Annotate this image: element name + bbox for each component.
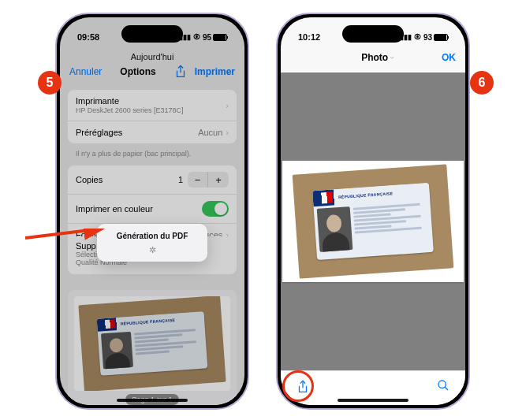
print-button[interactable]: Imprimer — [195, 66, 235, 77]
color-row: Imprimer en couleur — [68, 195, 237, 224]
wifi-icon: ⦿ — [193, 33, 200, 41]
home-indicator[interactable] — [117, 399, 188, 402]
wifi-icon: ⦿ — [414, 33, 421, 41]
search-icon[interactable] — [437, 379, 449, 395]
phone-left: 09:58 ▮▮▮ ⦿ 95 Aujourd'hui Annuler Optio… — [55, 13, 249, 410]
color-label: Imprimer en couleur — [76, 204, 153, 214]
callout-badge-5: 5 — [38, 71, 62, 95]
id-card-photo: RÉPUBLIQUE FRANÇAISE — [293, 164, 454, 278]
chevron-down-icon: › — [388, 56, 397, 59]
preview-area: RÉPUBLIQUE FRANÇAISE Page 1 sur 1 — [68, 290, 237, 405]
printer-detail: HP DeskJet 2600 series [E3178C] — [76, 106, 183, 114]
pdf-preview-area[interactable]: RÉPUBLIQUE FRANÇAISE — [281, 72, 465, 370]
cancel-button[interactable]: Annuler — [69, 66, 102, 77]
pdf-generation-popup: Génération du PDF ✲ — [97, 224, 207, 262]
share-icon[interactable] — [174, 65, 187, 79]
color-toggle[interactable] — [202, 201, 229, 217]
done-button[interactable]: OK — [442, 52, 456, 63]
chevron-right-icon: › — [226, 101, 229, 110]
svg-point-0 — [438, 381, 446, 388]
copies-value: 1 — [178, 175, 183, 184]
paper-warning: Il n'y a plus de papier (bac principal). — [60, 148, 244, 161]
preview-page[interactable]: RÉPUBLIQUE FRANÇAISE — [74, 296, 230, 391]
pdf-nav-bar: Photo › OK — [281, 49, 465, 69]
id-card-title: RÉPUBLIQUE FRANÇAISE — [338, 191, 394, 199]
phone-right: 10:12 ▮▮▮ ⦿ 93 Photo › OK — [276, 13, 470, 410]
copies-label: Copies — [76, 175, 103, 184]
status-time: 09:58 — [77, 32, 99, 42]
printer-label: Imprimante — [76, 96, 183, 106]
printer-section: Imprimante HP DeskJet 2600 series [E3178… — [68, 90, 237, 143]
home-indicator[interactable] — [338, 399, 408, 402]
callout-badge-6: 6 — [470, 71, 494, 95]
battery-icon: 95 — [203, 33, 227, 42]
callout-circle-share — [282, 370, 314, 402]
callout-arrow — [25, 229, 110, 247]
flag-icon — [315, 192, 333, 204]
increment-button[interactable]: + — [208, 172, 229, 188]
nav-title[interactable]: Photo › — [361, 52, 394, 63]
nav-title: Options — [120, 66, 155, 77]
screen: 09:58 ▮▮▮ ⦿ 95 Aujourd'hui Annuler Optio… — [60, 17, 244, 405]
dynamic-island — [342, 25, 404, 43]
presets-value: Aucun — [198, 128, 222, 137]
spinner-icon: ✲ — [105, 245, 200, 255]
decrement-button[interactable]: − — [188, 172, 208, 188]
id-card-title: RÉPUBLIQUE FRANÇAISE — [121, 318, 176, 326]
id-face-photo — [316, 206, 352, 253]
status-time: 10:12 — [298, 32, 320, 42]
id-face-photo — [101, 332, 134, 370]
presets-label: Préréglages — [76, 128, 122, 137]
popup-title: Génération du PDF — [105, 232, 200, 240]
copies-stepper: − + — [188, 172, 229, 188]
print-nav-bar: Annuler Options Imprimer — [60, 61, 244, 85]
id-card-photo: RÉPUBLIQUE FRANÇAISE — [78, 296, 226, 391]
presets-row[interactable]: Préréglages Aucun › — [68, 121, 237, 143]
dynamic-island — [121, 25, 183, 43]
copies-row: Copies 1 − + — [68, 165, 237, 195]
pdf-page: RÉPUBLIQUE FRANÇAISE — [282, 161, 464, 282]
chevron-right-icon: › — [226, 128, 229, 137]
screen: 10:12 ▮▮▮ ⦿ 93 Photo › OK — [281, 17, 465, 405]
battery-icon: 93 — [423, 33, 448, 42]
date-label: Aujourd'hui — [60, 49, 244, 61]
svg-line-1 — [25, 229, 103, 238]
flag-icon — [99, 319, 115, 329]
printer-row[interactable]: Imprimante HP DeskJet 2600 series [E3178… — [68, 90, 237, 121]
